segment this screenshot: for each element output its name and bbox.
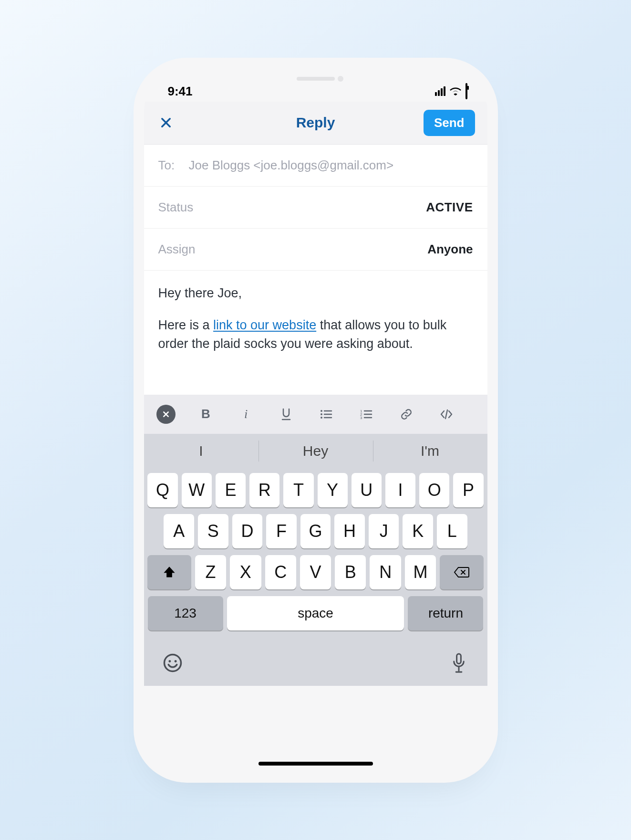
assign-field-row[interactable]: Assign Anyone [144, 229, 487, 271]
assign-label: Assign [158, 242, 196, 257]
bullet-list-button[interactable] [317, 405, 336, 424]
space-key[interactable]: space [227, 596, 404, 630]
link-button[interactable] [397, 405, 416, 424]
body-line2-pre: Here is a [158, 318, 214, 332]
camera-dot [338, 76, 343, 82]
status-field-row[interactable]: Status ACTIVE [144, 187, 487, 229]
key-k[interactable]: K [403, 514, 433, 548]
underline-icon [280, 408, 292, 420]
shift-icon [163, 566, 176, 578]
numeric-key[interactable]: 123 [148, 596, 223, 630]
svg-point-3 [321, 413, 322, 415]
key-l[interactable]: L [437, 514, 467, 548]
key-w[interactable]: W [182, 473, 212, 507]
dictation-button[interactable] [447, 651, 470, 674]
return-key[interactable]: return [408, 596, 483, 630]
to-label: To: [158, 158, 189, 173]
format-toolbar: B i 1 2 3 [144, 395, 487, 434]
key-p[interactable]: P [453, 473, 483, 507]
keyboard-footer [144, 640, 487, 686]
close-icon [159, 116, 173, 129]
body-line2: Here is a link to our website that allow… [158, 316, 473, 353]
key-b[interactable]: B [335, 555, 366, 589]
body-link[interactable]: link to our website [213, 318, 316, 332]
bullet-list-icon [320, 409, 332, 420]
key-r[interactable]: R [249, 473, 279, 507]
body-line1: Hey there Joe, [158, 284, 473, 303]
format-close-button[interactable] [156, 405, 176, 424]
key-a[interactable]: A [164, 514, 194, 548]
key-t[interactable]: T [283, 473, 313, 507]
italic-button[interactable]: i [237, 405, 256, 424]
status-indicators [435, 84, 467, 99]
key-x[interactable]: X [230, 555, 261, 589]
key-n[interactable]: N [370, 555, 401, 589]
to-value: Joe Bloggs <joe.bloggs@gmail.com> [189, 158, 394, 173]
status-value: ACTIVE [426, 200, 473, 215]
svg-point-1 [321, 410, 322, 412]
home-indicator[interactable] [259, 762, 373, 766]
key-z[interactable]: Z [195, 555, 226, 589]
speaker-slot [297, 77, 335, 81]
key-q[interactable]: Q [147, 473, 177, 507]
numbered-list-button[interactable]: 1 2 3 [357, 405, 376, 424]
key-e[interactable]: E [216, 473, 246, 507]
assign-value: Anyone [427, 242, 473, 257]
svg-rect-16 [456, 653, 461, 663]
status-time: 9:41 [168, 84, 193, 99]
emoji-button[interactable] [161, 651, 184, 674]
microphone-icon [450, 652, 467, 673]
key-o[interactable]: O [419, 473, 449, 507]
underline-button[interactable] [277, 405, 296, 424]
numbered-list-icon: 1 2 3 [360, 409, 372, 420]
phone-frame: 9:41 Reply Send To: Joe Bloggs <joe.blog… [144, 68, 487, 772]
status-label: Status [158, 200, 194, 215]
key-h[interactable]: H [334, 514, 365, 548]
cell-signal-icon [435, 86, 445, 96]
message-body[interactable]: Hey there Joe, Here is a link to our web… [144, 271, 487, 395]
key-f[interactable]: F [266, 514, 297, 548]
suggestion-1[interactable]: I [144, 434, 259, 468]
code-button[interactable] [437, 405, 456, 424]
svg-text:3: 3 [360, 416, 362, 420]
backspace-key[interactable] [440, 555, 483, 589]
key-j[interactable]: J [369, 514, 399, 548]
key-d[interactable]: D [232, 514, 263, 548]
emoji-icon [163, 653, 183, 673]
battery-icon [465, 84, 467, 99]
key-u[interactable]: U [352, 473, 382, 507]
wifi-icon [449, 84, 462, 99]
key-c[interactable]: C [265, 555, 296, 589]
suggestion-2[interactable]: Hey [259, 434, 373, 468]
key-i[interactable]: I [385, 473, 415, 507]
svg-point-13 [164, 654, 181, 671]
svg-point-15 [174, 660, 176, 662]
backspace-icon [454, 567, 470, 578]
close-icon [162, 410, 170, 418]
shift-key[interactable] [147, 555, 191, 589]
suggestion-3[interactable]: I'm [373, 434, 487, 468]
svg-point-5 [321, 417, 322, 419]
key-g[interactable]: G [300, 514, 331, 548]
code-icon [440, 409, 453, 420]
svg-point-14 [168, 660, 171, 662]
key-s[interactable]: S [198, 514, 228, 548]
to-field-row[interactable]: To: Joe Bloggs <joe.bloggs@gmail.com> [144, 145, 487, 187]
compose-form: To: Joe Bloggs <joe.bloggs@gmail.com> St… [144, 145, 487, 395]
notch [244, 68, 387, 89]
close-button[interactable] [156, 113, 176, 132]
keyboard: Q W E R T Y U I O P A S D F G H J K L Z [144, 468, 487, 640]
key-m[interactable]: M [405, 555, 436, 589]
navigation-bar: Reply Send [144, 102, 487, 145]
keyboard-suggestions: I Hey I'm [144, 434, 487, 468]
key-v[interactable]: V [300, 555, 331, 589]
key-y[interactable]: Y [318, 473, 348, 507]
send-button[interactable]: Send [424, 110, 475, 136]
bold-button[interactable]: B [197, 405, 216, 424]
link-icon [400, 408, 413, 420]
